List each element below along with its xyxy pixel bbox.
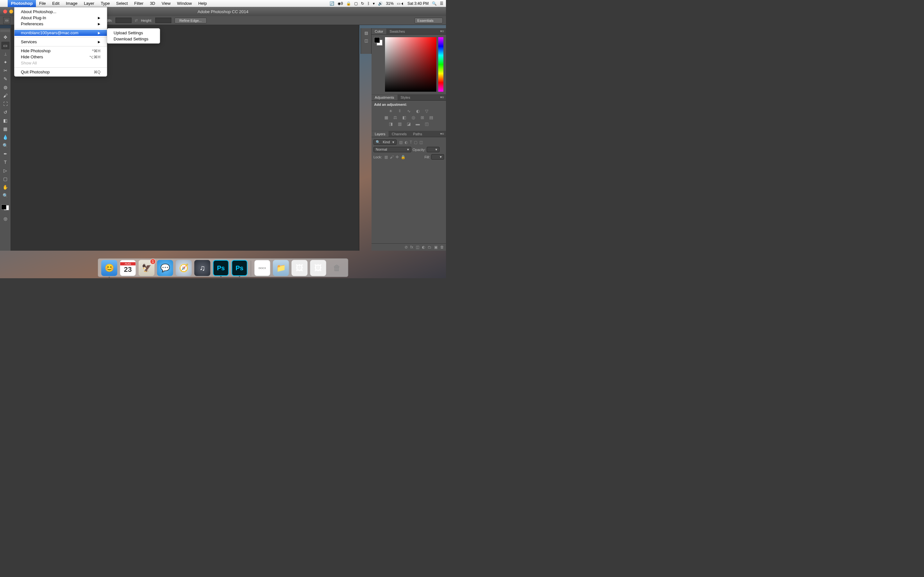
curves-icon[interactable]: ∿ [405, 108, 412, 113]
height-input[interactable] [155, 18, 171, 23]
blur-tool[interactable]: 💧 [1, 133, 10, 141]
panel-menu-icon[interactable]: ▾≡ [438, 29, 446, 33]
menu-select[interactable]: Select [113, 0, 131, 7]
move-tool[interactable]: ✥ [1, 33, 10, 41]
filter-smart-icon[interactable]: ◫ [419, 140, 423, 145]
menu-preferences[interactable]: Preferences▶ [15, 21, 107, 27]
tab-channels[interactable]: Channels [389, 131, 410, 137]
lock-pixels-icon[interactable]: 🖌 [390, 155, 394, 159]
dock-stack-1[interactable]: 🖼 [292, 260, 308, 276]
brightness-icon[interactable]: ☀ [388, 108, 394, 113]
dock-finder[interactable]: 😊 [102, 260, 118, 276]
selective-color-icon[interactable]: ◫ [423, 121, 430, 126]
filter-shape-icon[interactable]: ▢ [414, 140, 417, 145]
menu-hide-others[interactable]: Hide Others⌥⌘H [15, 54, 107, 60]
dock-itunes[interactable]: ♫ [194, 260, 210, 276]
swap-icon[interactable]: ⇄ [135, 18, 137, 23]
menu-window[interactable]: Window [174, 0, 195, 7]
layer-fx-icon[interactable]: fx [410, 245, 413, 250]
dock-stack-2[interactable]: 🖼 [310, 260, 326, 276]
new-layer-icon[interactable]: ▣ [434, 245, 438, 250]
menu-about-photoshop[interactable]: About Photoshop... [15, 9, 107, 15]
close-window-button[interactable] [3, 10, 7, 13]
tab-styles[interactable]: Styles [397, 95, 414, 100]
gradient-map-icon[interactable]: ▬ [415, 121, 421, 126]
layer-mask-icon[interactable]: ◫ [416, 245, 419, 250]
lock-all-icon[interactable]: 🔒 [401, 155, 405, 159]
rectangle-tool[interactable]: ▢ [1, 175, 10, 183]
tab-color[interactable]: Color [372, 29, 386, 34]
exposure-icon[interactable]: ◐ [415, 108, 421, 113]
type-tool[interactable]: T [1, 158, 10, 166]
panel-grip[interactable] [1, 29, 10, 32]
spotlight-icon[interactable]: 🔍 [432, 1, 437, 6]
eyedropper-tool[interactable]: ✎ [1, 75, 10, 83]
levels-icon[interactable]: ⫴ [397, 108, 403, 113]
lasso-tool[interactable]: ⟂ [1, 50, 10, 58]
zoom-tool[interactable]: 🔍 [1, 192, 10, 199]
eraser-tool[interactable]: ◧ [1, 117, 10, 124]
clock[interactable]: Sat 3:40 PM [407, 1, 429, 6]
dock-photoshop-2[interactable]: Ps [232, 260, 248, 276]
menu-quit[interactable]: Quit Photoshop⌘Q [15, 69, 107, 75]
photo-filter-icon[interactable]: ◎ [410, 115, 417, 120]
color-lookup-icon[interactable]: ▤ [428, 115, 435, 120]
fg-swatch[interactable] [374, 37, 380, 43]
creative-cloud-icon[interactable]: ◉ 9 [338, 1, 343, 6]
lock-icon[interactable]: 🔒 [346, 1, 351, 6]
channel-mixer-icon[interactable]: ⊞ [419, 115, 425, 120]
submenu-upload-settings[interactable]: Upload Settings [107, 30, 160, 36]
menu-layer[interactable]: Layer [81, 0, 97, 7]
dodge-tool[interactable]: 🔍 [1, 142, 10, 149]
color-field[interactable] [385, 37, 436, 92]
menu-view[interactable]: View [158, 0, 174, 7]
volume-icon[interactable]: 🔊 [378, 1, 383, 6]
menu-about-plugin[interactable]: About Plug-In▶ [15, 15, 107, 21]
lock-position-icon[interactable]: ✥ [396, 155, 399, 159]
tab-layers[interactable]: Layers [372, 131, 389, 137]
clone-stamp-tool[interactable]: ⛶ [1, 100, 10, 108]
magic-wand-tool[interactable]: ✦ [1, 58, 10, 66]
airplay-icon[interactable]: ▢ [354, 1, 358, 6]
menu-filter[interactable]: Filter [131, 0, 147, 7]
quick-mask-tool[interactable]: ◎ [1, 215, 10, 222]
workspace-select[interactable]: Essentials [415, 18, 443, 23]
tab-adjustments[interactable]: Adjustments [372, 95, 397, 100]
properties-panel-icon[interactable]: ◫ [363, 38, 370, 44]
vibrance-icon[interactable]: ▽ [423, 108, 430, 113]
sync-icon[interactable]: 🔄 [330, 1, 334, 6]
hand-tool[interactable]: ✋ [1, 183, 10, 191]
marquee-tool[interactable]: ▭ [1, 42, 10, 49]
battery-percent[interactable]: 31% [386, 1, 394, 6]
marquee-tool-preset-icon[interactable]: ▭ [3, 17, 10, 24]
posterize-icon[interactable]: ▥ [397, 121, 403, 126]
tab-paths[interactable]: Paths [410, 131, 425, 137]
new-adjustment-icon[interactable]: ◐ [422, 245, 425, 250]
notification-center-icon[interactable]: ☰ [440, 1, 443, 6]
history-panel-icon[interactable]: ▤ [363, 30, 370, 36]
dock-calendar[interactable]: AUG 23 [120, 260, 136, 276]
color-balance-icon[interactable]: ⚖ [392, 115, 399, 120]
panel-menu-icon[interactable]: ▾≡ [438, 95, 446, 99]
gradient-tool[interactable]: ▦ [1, 125, 10, 133]
bw-icon[interactable]: ◧ [401, 115, 407, 120]
threshold-icon[interactable]: ◪ [405, 121, 412, 126]
opacity-input[interactable]: ▾ [427, 147, 439, 152]
layer-filter-select[interactable]: 🔍Kind▾ [373, 139, 397, 145]
healing-brush-tool[interactable]: ◍ [1, 83, 10, 91]
filter-adjust-icon[interactable]: ◐ [405, 140, 408, 145]
menu-file[interactable]: File [36, 0, 49, 7]
width-input[interactable] [115, 18, 132, 23]
delete-layer-icon[interactable]: 🗑 [440, 245, 444, 250]
menu-3d[interactable]: 3D [147, 0, 158, 7]
dock-document[interactable]: DOCX [254, 260, 270, 276]
hue-sat-icon[interactable]: ▦ [383, 115, 389, 120]
dock-trash[interactable]: 🗑 [329, 260, 345, 276]
submenu-download-settings[interactable]: Download Settings [107, 36, 160, 42]
bluetooth-icon[interactable]: ᛒ [367, 1, 370, 6]
dock-messages[interactable]: 💬 [157, 260, 173, 276]
dock-safari[interactable]: 🧭 [176, 260, 192, 276]
invert-icon[interactable]: ◨ [388, 121, 394, 126]
menu-photoshop[interactable]: Photoshop [8, 0, 36, 7]
wifi-icon[interactable]: ▾ [373, 1, 375, 6]
